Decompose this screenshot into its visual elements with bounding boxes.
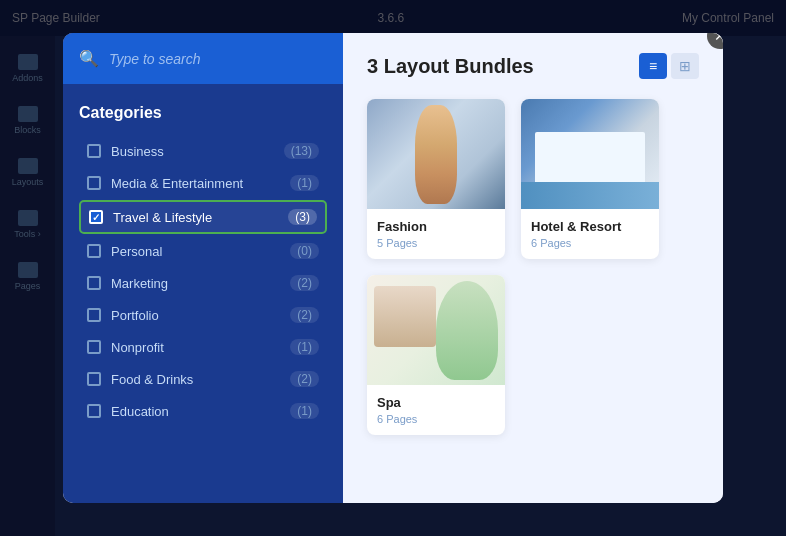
- view-list-button[interactable]: ≡: [639, 53, 667, 79]
- bundle-card-fashion[interactable]: Fashion 5 Pages: [367, 99, 505, 259]
- bundle-info-fashion: Fashion 5 Pages: [367, 209, 505, 259]
- category-checkbox-education[interactable]: [87, 404, 101, 418]
- category-label-travel: Travel & Lifestyle: [113, 210, 288, 225]
- spa-thumbnail-image: [367, 275, 505, 385]
- fashion-thumbnail-image: [367, 99, 505, 209]
- bundle-info-spa: Spa 6 Pages: [367, 385, 505, 435]
- bundle-thumb-hotel: [521, 99, 659, 209]
- category-label-business: Business: [111, 144, 284, 159]
- category-count-food: (2): [290, 371, 319, 387]
- category-checkbox-marketing[interactable]: [87, 276, 101, 290]
- category-label-nonprofit: Nonprofit: [111, 340, 290, 355]
- bundle-thumb-fashion: [367, 99, 505, 209]
- category-item-education[interactable]: Education (1): [79, 396, 327, 426]
- category-checkbox-nonprofit[interactable]: [87, 340, 101, 354]
- category-item-food[interactable]: Food & Drinks (2): [79, 364, 327, 394]
- categories-title: Categories: [79, 104, 327, 122]
- bundle-thumb-spa: [367, 275, 505, 385]
- modal-header: 3 Layout Bundles ≡ ⊞: [367, 53, 699, 79]
- category-item-marketing[interactable]: Marketing (2): [79, 268, 327, 298]
- category-item-travel[interactable]: Travel & Lifestyle (3): [79, 200, 327, 234]
- category-checkbox-business[interactable]: [87, 144, 101, 158]
- category-label-portfolio: Portfolio: [111, 308, 290, 323]
- category-count-marketing: (2): [290, 275, 319, 291]
- category-count-media: (1): [290, 175, 319, 191]
- bundle-info-hotel: Hotel & Resort 6 Pages: [521, 209, 659, 259]
- bundle-name-spa: Spa: [377, 395, 495, 410]
- categories-section: Categories Business (13) Media & Enterta…: [63, 84, 343, 503]
- bundle-name-hotel: Hotel & Resort: [531, 219, 649, 234]
- layout-bundles-modal: ✕ 🔍 Categories Business (13): [63, 33, 723, 503]
- bundle-pages-spa: 6 Pages: [377, 413, 495, 425]
- modal-left-panel: 🔍 Categories Business (13) Media & Enter…: [63, 33, 343, 503]
- bundle-pages-fashion: 5 Pages: [377, 237, 495, 249]
- view-grid-button[interactable]: ⊞: [671, 53, 699, 79]
- bundle-count-title: 3 Layout Bundles: [367, 55, 534, 78]
- category-checkbox-media[interactable]: [87, 176, 101, 190]
- category-count-education: (1): [290, 403, 319, 419]
- category-label-education: Education: [111, 404, 290, 419]
- category-item-media[interactable]: Media & Entertainment (1): [79, 168, 327, 198]
- category-checkbox-personal[interactable]: [87, 244, 101, 258]
- category-item-personal[interactable]: Personal (0): [79, 236, 327, 266]
- bundles-grid: Fashion 5 Pages Hotel & Resort 6 Pages: [367, 99, 699, 435]
- category-checkbox-food[interactable]: [87, 372, 101, 386]
- modal-right-panel: 3 Layout Bundles ≡ ⊞ Fashion 5 Pages: [343, 33, 723, 503]
- bundle-pages-hotel: 6 Pages: [531, 237, 649, 249]
- category-checkbox-travel[interactable]: [89, 210, 103, 224]
- category-label-personal: Personal: [111, 244, 290, 259]
- modal-overlay[interactable]: ✕ 🔍 Categories Business (13): [0, 0, 786, 536]
- search-bar[interactable]: 🔍: [63, 33, 343, 84]
- view-toggle: ≡ ⊞: [639, 53, 699, 79]
- category-count-travel: (3): [288, 209, 317, 225]
- category-count-business: (13): [284, 143, 319, 159]
- category-item-business[interactable]: Business (13): [79, 136, 327, 166]
- category-label-media: Media & Entertainment: [111, 176, 290, 191]
- category-count-portfolio: (2): [290, 307, 319, 323]
- hotel-thumbnail-image: [521, 99, 659, 209]
- category-item-portfolio[interactable]: Portfolio (2): [79, 300, 327, 330]
- search-icon: 🔍: [79, 49, 99, 68]
- category-checkbox-portfolio[interactable]: [87, 308, 101, 322]
- category-item-nonprofit[interactable]: Nonprofit (1): [79, 332, 327, 362]
- bundle-card-spa[interactable]: Spa 6 Pages: [367, 275, 505, 435]
- bundle-name-fashion: Fashion: [377, 219, 495, 234]
- category-count-personal: (0): [290, 243, 319, 259]
- category-label-marketing: Marketing: [111, 276, 290, 291]
- search-input[interactable]: [109, 51, 327, 67]
- category-label-food: Food & Drinks: [111, 372, 290, 387]
- bundle-card-hotel[interactable]: Hotel & Resort 6 Pages: [521, 99, 659, 259]
- category-count-nonprofit: (1): [290, 339, 319, 355]
